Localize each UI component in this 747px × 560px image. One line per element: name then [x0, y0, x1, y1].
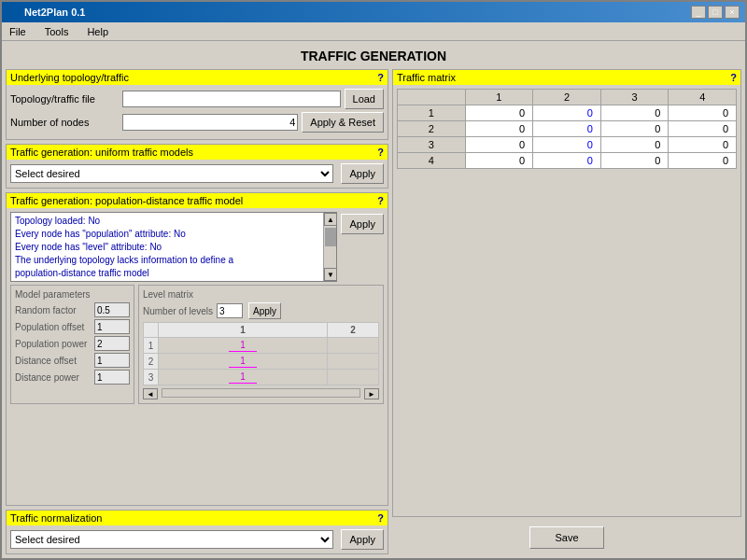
- tm-cell-4-1: 0: [465, 153, 533, 169]
- tm-row-4-header: 4: [398, 153, 466, 169]
- mp-pop-power-input[interactable]: [94, 336, 130, 351]
- menu-file[interactable]: File: [6, 25, 30, 38]
- pop-dist-line-1: Topology loaded: No: [15, 215, 319, 228]
- lm-scroll-track: [162, 388, 360, 398]
- lm-num-levels-label: Number of levels: [143, 306, 213, 316]
- tm-th-2: 2: [533, 90, 601, 105]
- lm-cell-2-1[interactable]: [229, 355, 257, 368]
- main-window: Net2Plan 0.1 _ □ × File Tools Help TRAFF…: [0, 0, 747, 560]
- pop-dist-body: Topology loaded: No Every node has "popu…: [7, 208, 388, 408]
- lm-th-2: 2: [328, 323, 379, 338]
- tm-cell-3-2: 0: [533, 137, 601, 153]
- nodes-row: Number of nodes Apply & Reset: [10, 112, 384, 133]
- window-title: Net2Plan 0.1: [24, 7, 85, 18]
- tm-th-4: 4: [669, 90, 737, 105]
- tm-cell-4-3: 0: [600, 153, 669, 169]
- lm-apply-button[interactable]: Apply: [248, 302, 281, 319]
- traffic-matrix-section: Traffic matrix ? 1 2 3 4: [392, 69, 741, 517]
- pop-dist-help[interactable]: ?: [377, 195, 384, 206]
- lm-row-2-num: 2: [144, 354, 159, 370]
- pop-dist-line-3: Every node has "level" attribute: No: [15, 241, 319, 254]
- topology-label: Topology/traffic file: [10, 93, 122, 105]
- tm-cell-2-4: 0: [669, 121, 737, 137]
- norm-header: Traffic normalization ?: [7, 511, 388, 525]
- pop-dist-apply-button[interactable]: Apply: [341, 214, 384, 234]
- topology-input[interactable]: [122, 91, 341, 107]
- tm-cell-1-1: 0: [465, 105, 533, 121]
- underlying-body: Topology/traffic file Load Number of nod…: [7, 85, 388, 139]
- pop-dist-section: Traffic generation: population-distance …: [6, 192, 388, 506]
- load-button[interactable]: Load: [345, 89, 384, 109]
- maximize-button[interactable]: □: [708, 6, 723, 19]
- apply-reset-button[interactable]: Apply & Reset: [302, 112, 384, 133]
- model-params-title: Model parameters: [15, 289, 130, 300]
- pop-dist-line-2: Every node has "population" attribute: N…: [15, 228, 319, 241]
- nodes-input[interactable]: [122, 114, 298, 131]
- underlying-title: Underlying topology/traffic: [10, 72, 129, 83]
- mp-pop-offset-input[interactable]: [94, 319, 130, 334]
- mp-dist-offset-label: Distance offset: [15, 356, 94, 366]
- mp-random-input[interactable]: [94, 302, 130, 317]
- uniform-select-row: Select desired Apply: [7, 160, 388, 188]
- save-button[interactable]: Save: [529, 526, 604, 549]
- lm-cell-1-1[interactable]: [229, 339, 257, 352]
- level-matrix-box: Level matrix Number of levels Apply: [138, 285, 384, 404]
- tm-row-2: 2 0 0 0 0: [398, 121, 737, 137]
- pop-dist-header: Traffic generation: population-distance …: [7, 193, 388, 208]
- uniform-title: Traffic generation: uniform traffic mode…: [10, 147, 193, 158]
- right-column: Traffic matrix ? 1 2 3 4: [392, 69, 741, 554]
- scroll-down-arrow[interactable]: ▼: [324, 268, 337, 281]
- lm-th-empty: [144, 323, 159, 338]
- tm-cell-3-1: 0: [465, 137, 533, 153]
- lm-scrollbar: ◄ ►: [143, 388, 379, 399]
- lm-row-1: 1: [144, 338, 379, 354]
- pop-dist-line-4: The underlying topology lacks informatio…: [15, 254, 319, 267]
- title-bar-left: Net2Plan 0.1: [7, 6, 85, 19]
- tm-cell-2-2: 0: [533, 121, 601, 137]
- lm-scroll-right[interactable]: ►: [364, 388, 379, 399]
- tm-row-4: 4 0 0 0 0: [398, 153, 737, 169]
- scroll-up-arrow[interactable]: ▲: [324, 213, 337, 226]
- tm-th-empty: [398, 90, 466, 105]
- menu-bar: File Tools Help: [2, 22, 745, 41]
- text-scrollbar: ▲ ▼: [323, 213, 336, 281]
- underlying-help[interactable]: ?: [377, 72, 384, 83]
- norm-help[interactable]: ?: [377, 512, 384, 524]
- lm-row-1-num: 1: [144, 338, 159, 354]
- uniform-select[interactable]: Select desired: [10, 164, 333, 183]
- two-col-layout: Underlying topology/traffic ? Topology/t…: [6, 69, 741, 554]
- tm-header-row: 1 2 3 4: [398, 90, 737, 105]
- lm-cell-3-1[interactable]: [229, 371, 257, 384]
- mp-dist-power-label: Distance power: [15, 372, 94, 383]
- traffic-matrix-help[interactable]: ?: [730, 72, 737, 83]
- title-bar: Net2Plan 0.1 _ □ ×: [2, 2, 745, 22]
- lm-num-levels-input[interactable]: [217, 303, 243, 318]
- minimize-button[interactable]: _: [691, 6, 706, 19]
- mp-dist-power-input[interactable]: [94, 370, 130, 385]
- norm-title: Traffic normalization: [10, 512, 102, 524]
- tm-row-3: 3 0 0 0 0: [398, 137, 737, 153]
- lm-table: 1 2 1: [143, 322, 379, 385]
- norm-apply-button[interactable]: Apply: [341, 529, 384, 550]
- lm-row-3-num: 3: [144, 370, 159, 385]
- uniform-help[interactable]: ?: [377, 147, 384, 158]
- norm-select[interactable]: Select desired: [10, 530, 333, 549]
- tm-cell-3-4: 0: [669, 137, 737, 153]
- lm-row-3: 3: [144, 370, 379, 385]
- lm-row-1-col-2: [328, 338, 379, 354]
- mp-dist-offset-row: Distance offset: [15, 353, 130, 368]
- model-params-area: Model parameters Random factor Populatio…: [10, 285, 384, 404]
- title-bar-controls: _ □ ×: [691, 6, 740, 19]
- mp-dist-offset-input[interactable]: [94, 353, 130, 368]
- underlying-section-header: Underlying topology/traffic ?: [7, 70, 388, 85]
- lm-scroll-left[interactable]: ◄: [143, 388, 158, 399]
- mp-random-row: Random factor: [15, 302, 130, 317]
- lm-header-row: 1 2: [144, 323, 379, 338]
- uniform-apply-button[interactable]: Apply: [341, 163, 384, 184]
- model-params-box: Model parameters Random factor Populatio…: [10, 285, 134, 404]
- menu-tools[interactable]: Tools: [41, 25, 73, 38]
- menu-help[interactable]: Help: [83, 25, 112, 38]
- tm-row-1-header: 1: [398, 105, 466, 121]
- close-button[interactable]: ×: [725, 6, 740, 19]
- mp-pop-offset-row: Population offset: [15, 319, 130, 334]
